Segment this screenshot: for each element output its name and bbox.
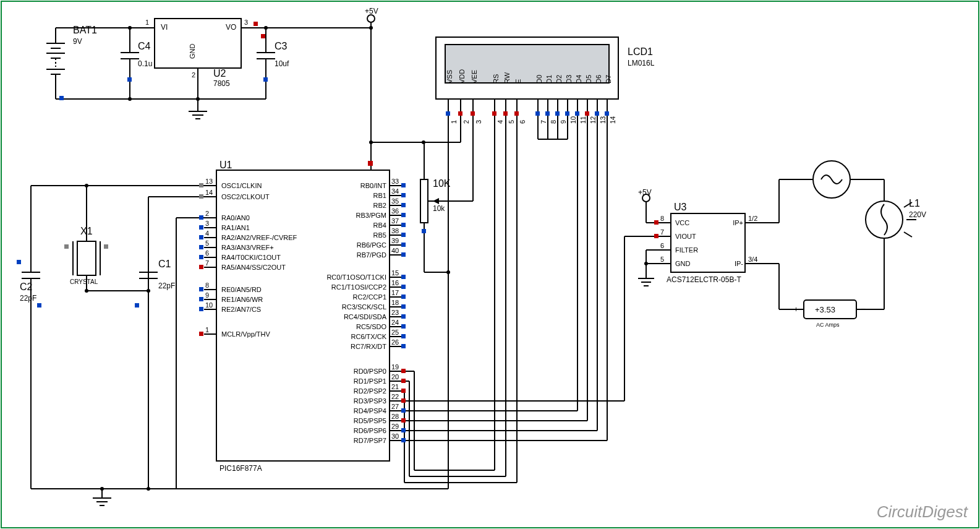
svg-point-28 xyxy=(264,26,268,30)
u2-vi: VI xyxy=(161,23,168,32)
svg-rect-229 xyxy=(401,389,406,393)
x1-val: CRYSTAL xyxy=(70,278,98,285)
svg-rect-237 xyxy=(471,111,475,116)
u1-val: PIC16F877A xyxy=(219,464,262,473)
lcd-pin-name: D2 xyxy=(555,75,563,84)
lcd-pin-name: VEE xyxy=(471,70,478,84)
svg-line-183 xyxy=(904,232,912,237)
u1-right-pin-name: RB7/PGD xyxy=(288,251,386,259)
svg-rect-228 xyxy=(401,379,406,383)
u1-left-pin-name: RA5/AN4/SS/C2OUT xyxy=(221,264,286,271)
u1-right-pin-num: 25 xyxy=(391,329,399,336)
u1-right-pin-name: RC1/T1OSI/CCP2 xyxy=(288,283,386,291)
u3-right-pin-num: 1/2 xyxy=(748,215,757,222)
lcd-name: LCD1 xyxy=(628,46,653,58)
u1-right-pin-num: 28 xyxy=(391,413,399,420)
lcd-pin-num: 4 xyxy=(496,120,504,124)
lcd-pin-num: 12 xyxy=(589,116,597,124)
u1-right-pin-num: 23 xyxy=(391,309,399,316)
svg-point-35 xyxy=(369,26,373,30)
u2-gnd: GND xyxy=(189,44,196,59)
svg-rect-212 xyxy=(401,193,406,197)
u1-right-pin-num: 37 xyxy=(391,217,399,225)
l1-val: 220V xyxy=(909,210,926,219)
u1-right-pin-name: RB2 xyxy=(288,202,386,209)
svg-point-33 xyxy=(367,15,375,22)
l1-name: L1 xyxy=(909,198,920,209)
u1-right-pin-name: RC3/SCK/SCL xyxy=(288,303,386,311)
u2-vo: VO xyxy=(226,23,236,32)
u1-left-pin-num: 7 xyxy=(205,259,209,267)
u1-right-pin-num: 34 xyxy=(391,187,399,195)
u3-left-pin-name: FILTER xyxy=(675,246,698,254)
u3-name: U3 xyxy=(674,202,686,213)
svg-rect-247 xyxy=(595,111,599,116)
svg-rect-217 xyxy=(401,243,406,247)
svg-rect-36 xyxy=(77,241,96,275)
ammeter-unit: AC Amps xyxy=(816,322,840,328)
svg-rect-218 xyxy=(401,252,406,257)
u1-right-pin-name: RC2/CCP1 xyxy=(288,293,386,301)
u1-right-pin-name: RB3/PGM xyxy=(288,212,386,219)
svg-rect-193 xyxy=(263,77,268,82)
svg-rect-222 xyxy=(401,304,406,309)
u1-right-pin-num: 18 xyxy=(391,299,399,306)
u1-left-pin-name: OSC2/CLKOUT xyxy=(221,193,270,200)
u3-left-pin-name: GND xyxy=(675,260,690,267)
u1-left-pin-num: 9 xyxy=(205,291,209,299)
c4-name: C4 xyxy=(138,41,150,52)
svg-rect-238 xyxy=(492,111,496,116)
lcd-pin-num: 8 xyxy=(550,120,557,124)
u1-left-pin-name: MCLR/Vpp/THV xyxy=(221,330,270,338)
lcd-pin-num: 10 xyxy=(569,116,577,124)
lcd-pin-num: 14 xyxy=(609,116,616,124)
bat1-val: 9V xyxy=(73,37,82,46)
lcd-pin-name: D4 xyxy=(575,75,582,84)
svg-marker-126 xyxy=(433,198,439,204)
u1-right-pin-name: RB0/INT xyxy=(288,182,386,189)
u1-right-pin-num: 16 xyxy=(391,279,399,286)
c2-name: C2 xyxy=(20,282,32,293)
u2-p2: 2 xyxy=(192,71,195,79)
u1-right-pin-name: RD5/PSP5 xyxy=(288,417,386,424)
u3-left-pin-num: 5 xyxy=(660,256,664,263)
svg-rect-192 xyxy=(261,34,265,38)
u1-right-pin-name: RC5/SDO xyxy=(288,323,386,330)
svg-rect-232 xyxy=(401,418,406,423)
lcd-pin-name: D6 xyxy=(595,75,602,84)
lcd-pin-num: 1 xyxy=(450,120,458,124)
svg-rect-205 xyxy=(199,255,203,259)
svg-rect-191 xyxy=(254,22,258,26)
u1-right-pin-name: RD7/PSP7 xyxy=(288,437,386,444)
capacitor-c4 xyxy=(121,40,139,99)
svg-rect-214 xyxy=(401,213,406,217)
ammeter-minus: − xyxy=(861,304,866,314)
svg-rect-242 xyxy=(545,111,550,116)
lcd-pin-name: VDD xyxy=(458,69,466,84)
svg-point-172 xyxy=(644,262,648,265)
u1-left-pin-name: RA1/AN1 xyxy=(221,224,250,231)
c3-val: 10uf xyxy=(275,59,289,68)
u3-right-pin-name: IP- xyxy=(723,260,743,267)
svg-rect-244 xyxy=(565,111,569,116)
svg-rect-246 xyxy=(585,111,589,116)
u2-p1: 1 xyxy=(145,19,149,26)
u1-right-pin-name: RD3/PSP3 xyxy=(288,397,386,405)
svg-rect-216 xyxy=(401,233,406,237)
svg-rect-224 xyxy=(401,324,406,329)
lcd-pin-name: VSS xyxy=(446,70,453,84)
crystal-x1 xyxy=(73,241,100,275)
u1-left-pin-num: 10 xyxy=(205,301,213,309)
svg-point-22 xyxy=(128,97,132,101)
svg-rect-189 xyxy=(59,96,64,100)
pot-val: 10k xyxy=(433,204,445,213)
svg-rect-200 xyxy=(199,194,203,199)
u3-left-pin-num: 7 xyxy=(660,228,664,236)
svg-rect-203 xyxy=(199,235,203,239)
u1-left-pin-name: RE1/AN6/WR xyxy=(221,296,263,303)
u2-val: 7805 xyxy=(213,79,230,88)
svg-rect-239 xyxy=(503,111,508,116)
svg-rect-220 xyxy=(401,285,406,289)
svg-rect-201 xyxy=(199,215,203,220)
svg-rect-248 xyxy=(605,111,609,116)
